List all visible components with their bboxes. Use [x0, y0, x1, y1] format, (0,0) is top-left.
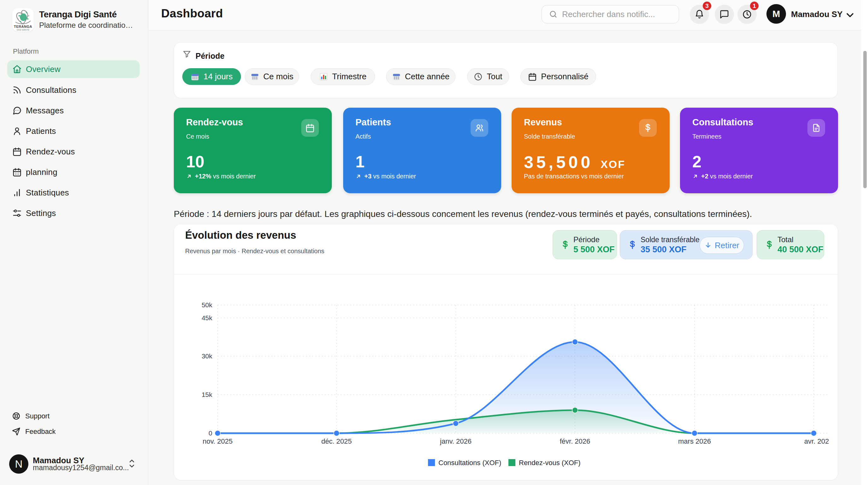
- svg-text:50k: 50k: [202, 301, 212, 309]
- svg-text:15k: 15k: [202, 391, 212, 398]
- svg-text:nov. 2025: nov. 2025: [203, 437, 232, 445]
- svg-text:45k: 45k: [202, 314, 212, 321]
- svg-text:Consultations (XOF): Consultations (XOF): [438, 459, 501, 467]
- svg-text:janv. 2026: janv. 2026: [440, 437, 471, 445]
- svg-text:30k: 30k: [202, 352, 212, 360]
- svg-text:DIGI SANTÉ: DIGI SANTÉ: [17, 28, 29, 31]
- svg-text:Rendez-vous (XOF): Rendez-vous (XOF): [519, 459, 581, 467]
- svg-text:avr. 202: avr. 202: [804, 437, 829, 445]
- svg-text:déc. 2025: déc. 2025: [321, 437, 352, 445]
- svg-text:0: 0: [209, 429, 212, 437]
- svg-text:mars 2026: mars 2026: [678, 437, 711, 445]
- svg-text:TERANGA: TERANGA: [14, 25, 32, 28]
- svg-text:févr. 2026: févr. 2026: [560, 437, 590, 445]
